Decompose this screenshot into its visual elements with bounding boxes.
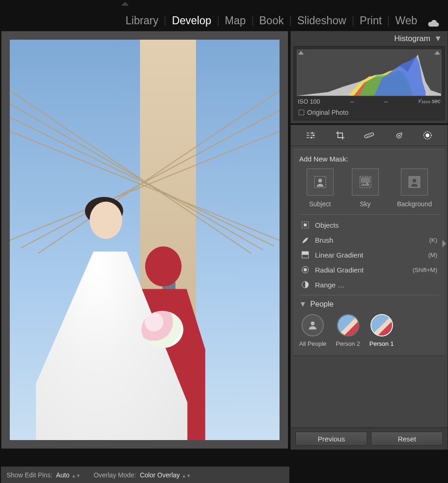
dropdown-icon: ▲▼ [71,473,81,478]
range-icon [301,280,309,289]
mask-tool-label: Radial Gradient [315,266,364,274]
overlay-label: Overlay Mode: [94,471,136,479]
redeye-tool-icon[interactable] [392,130,405,141]
people-label: People [310,300,334,308]
people-section: ▼ People All PeoplePerson 2Person 1 [299,300,439,347]
person-chip-person-2[interactable]: Person 2 [336,314,360,347]
mask-tool-label: Objects [315,221,339,229]
mask-tool-linear[interactable]: Linear Gradient(M) [299,247,439,262]
pins-label: Show Edit Pins: [7,471,52,479]
svg-point-10 [426,133,429,137]
previous-button[interactable]: Previous [295,432,367,446]
svg-point-16 [413,179,416,182]
mask-tool-label: Range … [315,281,344,289]
person-chip-person-1[interactable]: Person 1 [370,314,394,347]
tool-strip [291,125,448,146]
masking-panel: Add New Mask: SubjectSkyBackground Objec… [294,149,445,356]
overlay-dropdown[interactable]: Color Overlay▲▼ [140,471,191,479]
svg-point-12 [318,179,322,182]
mask-tile-label: Sky [360,200,371,208]
mask-tool-icon[interactable] [421,130,434,141]
mask-tool-objects[interactable]: Objects [299,217,439,232]
mask-tool-label: Linear Gradient [315,251,363,259]
module-develop[interactable]: Develop [165,14,217,27]
person-label: Person 1 [370,340,394,347]
histogram-canvas[interactable] [297,49,441,96]
heal-tool-icon[interactable] [363,130,376,141]
person-avatar [301,314,324,336]
radial-icon [301,266,309,274]
background-icon [401,168,428,196]
module-print[interactable]: Print [353,14,388,27]
module-library[interactable]: Library [119,14,165,27]
svg-rect-20 [302,252,308,255]
mask-tile-label: Background [397,200,432,208]
mask-tile-sky[interactable]: Sky [352,168,379,208]
module-slideshow[interactable]: Slideshow [291,14,353,27]
image-preview[interactable] [1,31,288,449]
expand-right-icon[interactable] [442,240,447,247]
shutter-value: – [384,98,387,105]
mask-tool-label: Brush [315,236,333,244]
overlay-value: Color Overlay [140,471,180,479]
pins-dropdown[interactable]: Auto▲▼ [56,471,81,479]
preview-canvas[interactable] [10,40,280,440]
panel-footer: Previous Reset [291,427,448,449]
mask-tool-range[interactable]: Range … [299,277,439,292]
shortcut-label: (M) [428,252,438,259]
histogram-title: Histogram [394,34,430,43]
svg-rect-18 [304,224,307,226]
shortcut-label: (Shift+M) [413,266,437,273]
module-picker: LibraryDevelopMapBookSlideshowPrintWeb [0,0,448,30]
cloud-sync-icon[interactable] [427,19,440,27]
mask-tile-subject[interactable]: Subject [307,168,334,208]
person-chip-all-people[interactable]: All People [299,314,327,347]
reset-button[interactable]: Reset [371,432,443,446]
module-map[interactable]: Map [218,14,252,27]
svg-rect-14 [361,177,370,183]
checkbox-icon[interactable] [299,110,304,115]
svg-point-5 [369,135,370,136]
person-avatar [371,314,393,336]
mask-tool-radial[interactable]: Radial Gradient(Shift+M) [299,262,439,277]
linear-icon [301,251,309,259]
person-label: All People [299,340,327,347]
svg-point-22 [304,268,307,272]
module-book[interactable]: Book [253,14,290,27]
exposure-value: ¹⁄₃₂₀₀ sec [418,98,441,105]
dropdown-icon: ▲▼ [182,473,191,478]
people-header[interactable]: ▼ People [299,300,439,308]
histogram-meta: ISO 100 – – ¹⁄₃₂₀₀ sec [297,96,441,106]
mask-tool-brush[interactable]: Brush(K) [299,232,439,247]
mask-tile-label: Subject [309,200,331,208]
person-label: Person 2 [336,340,360,347]
sky-icon [352,168,379,196]
pins-value: Auto [56,471,70,479]
status-bar: Show Edit Pins: Auto▲▼ Overlay Mode: Col… [1,466,289,483]
edit-tool-icon[interactable] [304,130,317,141]
mask-tile-background[interactable]: Background [397,168,432,208]
disclosure-icon: ▼ [299,300,307,308]
shortcut-label: (K) [429,237,437,244]
collapse-icon: ▼ [434,34,442,43]
original-photo-toggle[interactable]: Original Photo [297,106,441,119]
crop-tool-icon[interactable] [334,130,347,141]
person-avatar [337,314,359,336]
histogram-header[interactable]: Histogram ▼ [291,31,448,46]
original-photo-label: Original Photo [307,109,349,116]
histogram-panel: Histogram ▼ ISO 100 – [290,31,448,124]
right-panel: Histogram ▼ ISO 100 – [289,30,448,450]
svg-point-4 [367,136,368,137]
objects-icon [301,221,309,229]
brush-icon [301,236,309,244]
subject-icon [307,168,334,196]
svg-point-6 [371,134,371,135]
iso-value: ISO 100 [298,98,320,105]
svg-point-24 [311,322,315,325]
svg-point-8 [398,135,400,137]
aperture-value: – [350,98,354,105]
module-web[interactable]: Web [389,14,424,27]
add-mask-title: Add New Mask: [299,155,439,163]
